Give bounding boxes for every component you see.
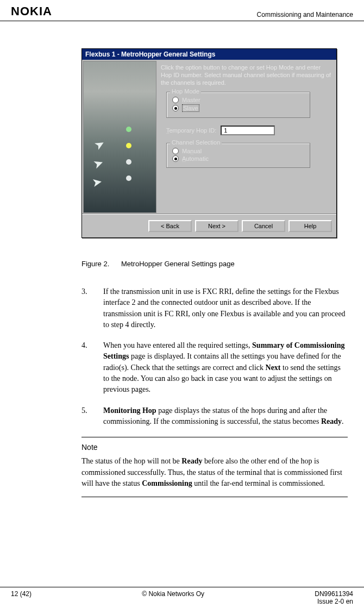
hop-mode-fieldset: Hop Mode Master Slave xyxy=(166,92,310,118)
radio-icon xyxy=(172,155,179,162)
channel-selection-legend: Channel Selection xyxy=(170,139,222,146)
next-button[interactable]: Next > xyxy=(195,220,239,232)
hop-mode-slave-radio[interactable]: Slave xyxy=(172,104,304,112)
step-number: 3. xyxy=(81,286,103,330)
dialog-instruction: Click the option button to change or set… xyxy=(161,64,332,86)
cancel-button[interactable]: Cancel xyxy=(242,220,285,232)
figure-title: MetroHopper General Settings page xyxy=(121,260,235,268)
note-block: Note The status of the hop will not be R… xyxy=(81,437,348,497)
radio-label: Slave xyxy=(182,104,199,112)
step-3: 3. If the transmission unit in use is FX… xyxy=(81,286,348,330)
header-section: Commissioning and Maintenance xyxy=(257,11,353,18)
note-body: The status of the hop will not be Ready … xyxy=(81,456,348,489)
channel-automatic-radio[interactable]: Automatic xyxy=(172,155,304,162)
radio-icon xyxy=(172,105,179,111)
channel-manual-radio[interactable]: Manual xyxy=(172,148,304,154)
dialog-titlebar: Flexbus 1 - MetroHopper General Settings xyxy=(82,49,336,60)
brand-logo: NOKIA xyxy=(11,4,52,18)
radio-label: Automatic xyxy=(182,155,209,162)
help-button[interactable]: Help xyxy=(288,220,332,232)
figure-caption: Figure 2. MetroHopper General Settings p… xyxy=(81,260,348,268)
step-text: Monitoring Hop page displays the status … xyxy=(103,405,348,428)
hop-id-input[interactable] xyxy=(221,126,275,135)
footer-page: 12 (42) xyxy=(11,590,32,605)
step-text: When you have entered all the required s… xyxy=(103,340,348,395)
footer-copyright: © Nokia Networks Oy xyxy=(142,590,204,605)
step-text: If the transmission unit in use is FXC R… xyxy=(103,286,348,330)
settings-dialog: Flexbus 1 - MetroHopper General Settings… xyxy=(81,48,337,238)
step-number: 4. xyxy=(81,340,103,395)
footer-doc-number: DN99611394 xyxy=(315,590,353,598)
hop-mode-legend: Hop Mode xyxy=(170,88,201,95)
back-button[interactable]: < Back xyxy=(148,220,192,232)
radio-label: Manual xyxy=(182,148,202,154)
step-number: 5. xyxy=(81,405,103,428)
radio-icon xyxy=(172,148,179,154)
hop-mode-master-radio[interactable]: Master xyxy=(172,97,304,103)
dialog-side-image: ➤➤➤ xyxy=(83,61,156,213)
note-title: Note xyxy=(81,443,348,452)
radio-label: Master xyxy=(182,97,200,103)
step-4: 4. When you have entered all the require… xyxy=(81,340,348,395)
step-5: 5. Monitoring Hop page displays the stat… xyxy=(81,405,348,428)
hop-id-label: Temporary Hop ID: xyxy=(166,127,216,134)
figure-number: Figure 2. xyxy=(81,260,109,268)
channel-selection-fieldset: Channel Selection Manual Automatic xyxy=(166,143,310,168)
footer-issue: Issue 2-0 en xyxy=(315,598,353,605)
radio-icon xyxy=(172,97,179,103)
